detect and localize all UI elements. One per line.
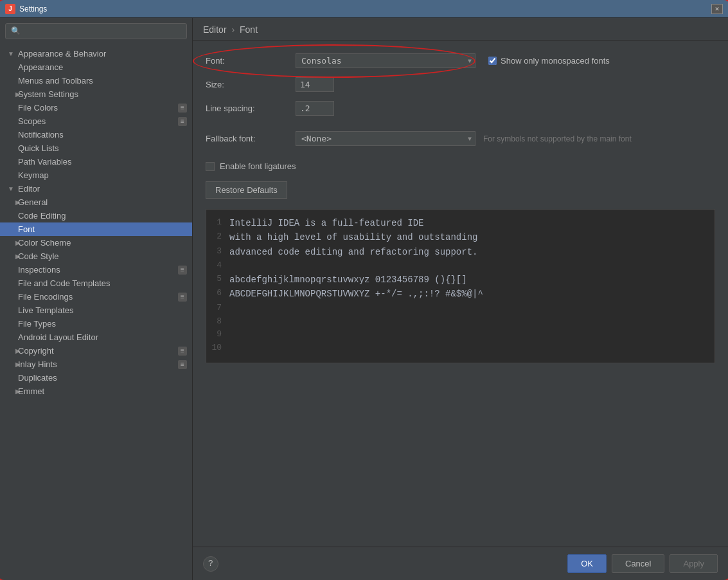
sidebar-item-live-templates[interactable]: Live Templates: [0, 304, 192, 317]
sidebar-tree: ▼Appearance & BehaviorAppearanceMenus an…: [0, 44, 192, 580]
ligatures-row: Enable font ligatures: [206, 161, 715, 171]
size-label: Size:: [206, 80, 296, 89]
size-row: Size:: [206, 77, 715, 92]
fallback-font-dropdown[interactable]: <None>: [296, 131, 475, 146]
monospaced-label: Show only monospaced fonts: [501, 56, 610, 66]
cancel-button[interactable]: Cancel: [612, 554, 664, 573]
font-row: Font: Consolas ▼ Show only monospaced fo…: [206, 53, 715, 68]
sidebar-item-inspections[interactable]: Inspections≡: [0, 263, 192, 276]
preview-line: 9: [206, 328, 715, 341]
ok-button[interactable]: OK: [567, 554, 607, 573]
sidebar-item-label: Appearance: [18, 62, 63, 72]
sidebar-item-general[interactable]: ▶General: [0, 195, 192, 209]
sidebar-item-label: Android Layout Editor: [18, 332, 98, 342]
line-number: 4: [206, 259, 229, 273]
sidebar-item-duplicates[interactable]: Duplicates: [0, 371, 192, 385]
breadcrumb-editor: Editor: [203, 24, 227, 35]
sidebar-item-label: Path Variables: [18, 157, 72, 167]
fallback-font-label: Fallback font:: [206, 134, 296, 143]
arrow-icon: ▶: [8, 361, 15, 368]
ligatures-checkbox[interactable]: [206, 162, 215, 171]
sidebar-item-editor[interactable]: ▼Editor: [0, 182, 192, 195]
line-number: 6: [206, 287, 229, 300]
sidebar-badge: ≡: [178, 104, 187, 113]
sidebar-item-appearance[interactable]: Appearance: [0, 60, 192, 74]
sidebar-item-color-scheme[interactable]: ▶Color Scheme: [0, 236, 192, 249]
help-button[interactable]: ?: [203, 556, 218, 572]
arrow-icon: ▼: [8, 185, 15, 192]
line-spacing-input[interactable]: [296, 101, 334, 116]
monospaced-checkbox[interactable]: [488, 57, 497, 65]
search-input[interactable]: [24, 26, 181, 36]
fallback-hint: For symbols not supported by the main fo…: [483, 134, 632, 143]
line-number: 2: [206, 230, 229, 244]
settings-panel: Font: Consolas ▼ Show only monospaced fo…: [193, 41, 728, 547]
sidebar-item-label: Appearance & Behavior: [18, 49, 106, 59]
sidebar-item-label: Emmet: [18, 386, 44, 396]
font-label: Font:: [206, 56, 296, 66]
sidebar-item-scopes[interactable]: Scopes≡: [0, 114, 192, 128]
line-spacing-label: Line spacing:: [206, 104, 296, 113]
sidebar-item-inlay-hints[interactable]: ▶Inlay Hints≡: [0, 358, 192, 371]
sidebar-item-label: Scopes: [18, 116, 46, 126]
line-number: 8: [206, 315, 229, 329]
sidebar-item-font[interactable]: Font: [0, 222, 192, 236]
sidebar-item-file-encodings[interactable]: File Encodings≡: [0, 290, 192, 304]
sidebar-item-file-colors[interactable]: File Colors≡: [0, 101, 192, 114]
line-content: advanced code editing and refactoring su…: [229, 245, 477, 259]
search-box[interactable]: 🔍: [5, 23, 187, 39]
sidebar-item-appearance-behavior[interactable]: ▼Appearance & Behavior: [0, 47, 192, 60]
sidebar-item-label: General: [18, 197, 48, 207]
sidebar-item-notifications[interactable]: Notifications: [0, 128, 192, 141]
sidebar-item-keymap[interactable]: Keymap: [0, 168, 192, 182]
title-bar: J Settings ✕: [0, 0, 728, 18]
line-content: abcdefghijklmnopqrstuvwxyz 0123456789 ()…: [229, 273, 467, 287]
sidebar-badge: ≡: [178, 347, 187, 356]
line-number: 10: [206, 341, 229, 355]
line-number: 3: [206, 245, 229, 258]
fallback-font-row: Fallback font: <None> ▼ For symbols not …: [206, 131, 715, 146]
sidebar-item-label: Inlay Hints: [18, 359, 57, 369]
sidebar-badge: ≡: [178, 117, 187, 126]
line-number: 9: [206, 328, 229, 341]
line-number: 5: [206, 273, 229, 286]
sidebar-item-quick-lists[interactable]: Quick Lists: [0, 141, 192, 155]
sidebar-item-label: Keymap: [18, 170, 49, 180]
sidebar-item-emmet[interactable]: ▶Emmet: [0, 385, 192, 398]
preview-line: 10: [206, 341, 715, 355]
sidebar-item-system-settings[interactable]: ▶System Settings: [0, 87, 192, 101]
sidebar-item-android-layout-editor[interactable]: Android Layout Editor: [0, 331, 192, 344]
app-icon: J: [5, 4, 15, 14]
sidebar: 🔍 ▼Appearance & BehaviorAppearanceMenus …: [0, 18, 193, 580]
breadcrumb-separator: ›: [231, 24, 237, 35]
sidebar-item-file-types[interactable]: File Types: [0, 317, 192, 331]
main-layout: 🔍 ▼Appearance & BehaviorAppearanceMenus …: [0, 18, 728, 580]
sidebar-item-label: Editor: [18, 184, 40, 194]
sidebar-item-label: System Settings: [18, 89, 78, 99]
sidebar-item-label: File and Code Templates: [18, 278, 111, 288]
close-button[interactable]: ✕: [711, 4, 723, 14]
sidebar-badge: ≡: [178, 360, 187, 369]
sidebar-item-code-editing[interactable]: Code Editing: [0, 209, 192, 222]
sidebar-item-file-code-templates[interactable]: File and Code Templates: [0, 276, 192, 290]
sidebar-item-label: Notifications: [18, 130, 64, 140]
line-number: 1: [206, 216, 229, 230]
monospaced-checkbox-row: Show only monospaced fonts: [488, 56, 610, 66]
size-input[interactable]: [296, 77, 334, 92]
line-spacing-row: Line spacing:: [206, 101, 715, 116]
font-dropdown[interactable]: Consolas: [296, 53, 475, 68]
arrow-icon: ▶: [8, 253, 15, 260]
sidebar-item-code-style[interactable]: ▶Code Style: [0, 249, 192, 263]
sidebar-item-label: Color Scheme: [18, 238, 71, 248]
arrow-icon: ▶: [8, 239, 15, 246]
sidebar-item-label: File Encodings: [18, 292, 73, 302]
arrow-icon: ▶: [8, 91, 15, 98]
sidebar-item-label: Code Style: [18, 251, 59, 261]
sidebar-item-path-variables[interactable]: Path Variables: [0, 155, 192, 168]
apply-button[interactable]: Apply: [670, 554, 718, 573]
sidebar-item-menus-toolbars[interactable]: Menus and Toolbars: [0, 74, 192, 87]
preview-line: 2with a high level of usability and outs…: [206, 230, 715, 244]
restore-defaults-button[interactable]: Restore Defaults: [206, 181, 287, 199]
line-content: ABCDEFGHIJKLMNOPQRSTUVWXYZ +-*/= .,;:!? …: [229, 287, 483, 301]
sidebar-item-copyright[interactable]: ▶Copyright≡: [0, 344, 192, 358]
